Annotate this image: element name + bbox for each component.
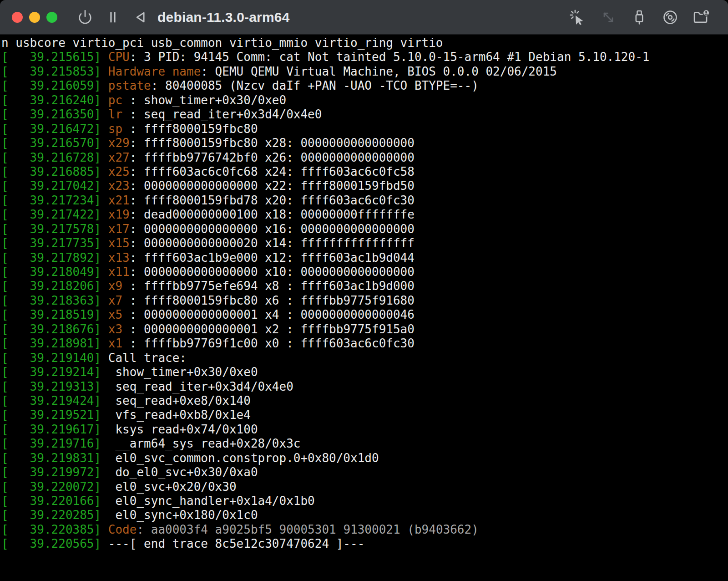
disc-drive-button[interactable]	[662, 9, 679, 26]
console-line: [ 39.218519] x5 : 0000000000000001 x4 : …	[1, 308, 728, 322]
zoom-button[interactable]	[46, 12, 57, 23]
console-line: [ 39.219424] seq_read+0xe8/0x140	[1, 394, 728, 408]
console-line: [ 39.219521] vfs_read+0xb8/0x1e4	[1, 408, 728, 422]
traffic-lights	[12, 12, 57, 23]
vm-toolbar-right	[569, 9, 710, 26]
console-output[interactable]: n usbcore virtio_pci usb_common virtio_m…	[0, 35, 728, 581]
console-line: [ 39.217578] x17: 0000000000000000 x16: …	[1, 222, 728, 236]
console-line: [ 39.219617] ksys_read+0x74/0x100	[1, 423, 728, 437]
pause-icon	[105, 9, 121, 25]
usb-devices-button[interactable]	[631, 9, 648, 26]
console-line: [ 39.217735] x15: 0000000000000020 x14: …	[1, 236, 728, 250]
console-line: [ 39.218981] x1 : ffffbb97769f1c00 x0 : …	[1, 336, 728, 351]
console-line: [ 39.216570] x29: ffff8000159fbc80 x28: …	[1, 136, 728, 150]
minimize-button[interactable]	[29, 12, 40, 23]
console-line: [ 39.219214] show_timer+0x30/0xe0	[1, 365, 728, 379]
console-line: [ 39.216059] pstate: 80400085 (Nzcv daIf…	[1, 79, 728, 93]
capture-cursor-icon	[569, 9, 586, 25]
console-line: n usbcore virtio_pci usb_common virtio_m…	[1, 36, 728, 50]
vm-controls	[76, 9, 149, 26]
console-line: [ 39.218206] x9 : ffffbb9775efe694 x8 : …	[1, 279, 728, 293]
pause-button[interactable]	[104, 9, 121, 26]
console-line: [ 39.218049] x11: 0000000000000000 x10: …	[1, 265, 728, 279]
console-line: [ 39.220166] el0_sync_handler+0x1a4/0x1b…	[1, 494, 728, 508]
usb-icon	[631, 9, 647, 25]
disc-icon	[662, 9, 678, 25]
power-icon	[77, 9, 93, 25]
console-line: [ 39.216885] x25: ffff603ac6c0fc68 x24: …	[1, 165, 728, 179]
console-line: [ 39.219140] Call trace:	[1, 351, 728, 365]
console-line: [ 39.216240] pc : show_timer+0x30/0xe0	[1, 93, 728, 107]
play-left-icon	[132, 9, 149, 25]
console-line: [ 39.220072] el0_svc+0x20/0x30	[1, 480, 728, 494]
shared-folder-icon	[693, 9, 710, 26]
console-line: [ 39.217042] x23: 0000000000000000 x22: …	[1, 179, 728, 193]
resize-window-button[interactable]	[600, 9, 617, 26]
play-button[interactable]	[132, 9, 149, 26]
console-line: [ 39.215853] Hardware name: QEMU QEMU Vi…	[1, 65, 728, 79]
console-line: [ 39.219313] seq_read_iter+0x3d4/0x4e0	[1, 380, 728, 394]
console-line: [ 39.216472] sp : ffff8000159fbc80	[1, 122, 728, 136]
window-title: debian-11.3.0-arm64	[157, 10, 290, 25]
console-line: [ 39.218676] x3 : 0000000000000001 x2 : …	[1, 322, 728, 336]
resize-arrows-icon	[600, 9, 617, 25]
vm-window: debian-11.3.0-arm64	[0, 0, 728, 581]
console-line: [ 39.219716] __arm64_sys_read+0x28/0x3c	[1, 437, 728, 451]
console-line: [ 39.215615] CPU: 3 PID: 94145 Comm: cat…	[1, 50, 728, 64]
close-button[interactable]	[12, 12, 23, 23]
shared-folder-button[interactable]	[693, 9, 710, 26]
console-line: [ 39.220385] Code: aa0003f4 a9025bf5 900…	[1, 523, 728, 537]
console-line: [ 39.220285] el0_sync+0x180/0x1c0	[1, 508, 728, 522]
console-line: [ 39.216728] x27: ffffbb9776742bf0 x26: …	[1, 151, 728, 165]
console-line: [ 39.217234] x21: ffff8000159fbd78 x20: …	[1, 194, 728, 208]
console-line: [ 39.217422] x19: dead000000000100 x18: …	[1, 208, 728, 222]
power-button[interactable]	[76, 9, 94, 26]
console-line: [ 39.220565] ---[ end trace 8c5e12c30747…	[1, 537, 728, 551]
titlebar: debian-11.3.0-arm64	[0, 0, 728, 35]
console-line: [ 39.216350] lr : seq_read_iter+0x3d4/0x…	[1, 107, 728, 122]
console-line: [ 39.217892] x13: ffff603ac1b9e000 x12: …	[1, 251, 728, 265]
console-line: [ 39.218363] x7 : ffff8000159fbc80 x6 : …	[1, 294, 728, 308]
console-line: [ 39.219831] el0_svc_common.constprop.0+…	[1, 451, 728, 465]
capture-cursor-button[interactable]	[569, 9, 586, 26]
console-line: [ 39.219972] do_el0_svc+0x30/0xa0	[1, 465, 728, 479]
